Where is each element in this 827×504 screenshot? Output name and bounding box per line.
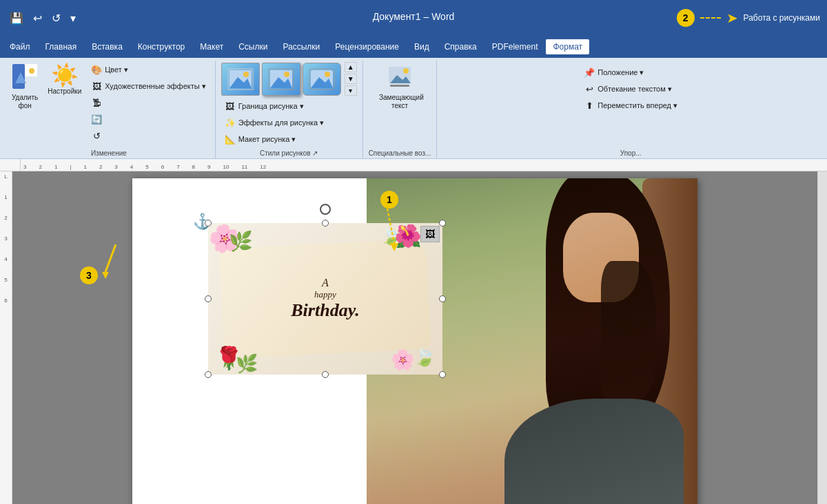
position-button[interactable]: 📌 Положение ▾	[580, 65, 681, 80]
image-effects-button[interactable]: ✨ Эффекты для рисунка ▾	[221, 115, 357, 130]
handle-bottom-left[interactable]	[205, 371, 212, 378]
menu-home[interactable]: Главная	[39, 39, 84, 54]
document-area[interactable]: 3	[12, 171, 817, 504]
svg-marker-22	[102, 272, 109, 279]
menu-mailing[interactable]: Рассылки	[276, 39, 327, 54]
replace-icon: 🔄	[91, 114, 102, 125]
ruler-mark: 11	[241, 164, 260, 171]
main-area: L 1 2 3 4 5 6 3	[0, 171, 827, 504]
menu-bar: Файл Главная Вставка Конструктор Макет С…	[0, 36, 827, 58]
ruler-mark: 5	[145, 164, 161, 171]
svg-line-21	[105, 244, 116, 272]
handle-top-middle[interactable]	[322, 220, 329, 227]
card-text: A happy Birthday.	[291, 277, 359, 321]
wrap-text-button[interactable]: ↩ Обтекание текстом ▾	[580, 81, 681, 96]
callout-badge-1: 1	[380, 191, 398, 209]
alt-text-label: Замещающийтекст	[379, 94, 420, 110]
vertical-scrollbar[interactable]	[817, 171, 827, 504]
ribbon-group-styles: ▲ ▼ ▾ 🖼 Граница рисунка ▾ ✨ Эффекты для …	[216, 61, 363, 158]
ruler-mark: 9	[207, 164, 223, 171]
image-layout-button[interactable]: 📐 Макет рисунка ▾	[221, 132, 357, 147]
arrow-right-icon: ➤	[726, 10, 738, 26]
image-style-1-button[interactable]	[221, 63, 260, 96]
menu-format[interactable]: Формат	[546, 39, 589, 54]
image-styles-row: ▲ ▼ ▾	[221, 62, 357, 96]
ruler-v-mark: 6	[4, 298, 7, 304]
horizontal-ruler: 3 2 1 | 1 2 3 4 5 6 7 8 9 10 11 12	[0, 159, 827, 171]
flower-br2: 🍃	[414, 346, 436, 368]
arrow-down-indicator	[102, 244, 130, 282]
callout-3-container: 3	[80, 244, 130, 284]
border-effects-col: 🖼 Граница рисунка ▾ ✨ Эффекты для рисунк…	[221, 98, 357, 147]
handle-middle-left[interactable]	[205, 295, 212, 302]
remove-bg-label: Удалитьфон	[12, 94, 38, 110]
ribbon-small-column: 🎨 Цвет ▾ 🖼 Художественные эффекты ▾ 🗜 🔄 …	[88, 62, 210, 143]
menu-help[interactable]: Справка	[438, 39, 484, 54]
ruler-mark: 12	[260, 164, 278, 171]
ruler-mark: 4	[130, 164, 145, 171]
ribbon-group-styles-content: ▲ ▼ ▾ 🖼 Граница рисунка ▾ ✨ Эффекты для …	[221, 62, 357, 149]
compress-button[interactable]: 🗜	[88, 95, 210, 110]
card-text-happy: happy	[291, 289, 359, 300]
effects-label: Художественные эффекты ▾	[105, 82, 206, 91]
woman-hair-overlay	[601, 261, 656, 399]
customize-qat-button[interactable]: ▾	[68, 10, 79, 26]
settings-button[interactable]: ☀️ Настройки	[44, 62, 85, 98]
settings-label: Настройки	[48, 87, 81, 96]
ruler-mark: 1	[83, 164, 99, 171]
arrange-buttons: 📌 Положение ▾ ↩ Обтекание текстом ▾ ⬆ Пе…	[580, 62, 681, 116]
styles-scroll-down[interactable]: ▼	[345, 74, 357, 84]
image-border-button[interactable]: 🖼 Граница рисунка ▾	[221, 98, 357, 114]
ribbon-group-arrange-label: Упор...	[442, 149, 819, 158]
handle-top-right[interactable]	[439, 220, 446, 227]
effects-button[interactable]: 🖼 Художественные эффекты ▾	[88, 78, 210, 94]
undo-button[interactable]: ↩	[30, 10, 45, 26]
wrap-icon: ↩	[584, 83, 595, 94]
menu-insert[interactable]: Вставка	[85, 39, 130, 54]
svg-point-12	[284, 72, 289, 77]
wrap-label: Обтекание текстом ▾	[598, 85, 672, 94]
menu-pdf[interactable]: PDFelement	[485, 39, 545, 54]
document-title: Документ1 – Word	[373, 11, 455, 22]
alt-text-icon	[387, 64, 412, 92]
callout-arrow-1	[374, 209, 415, 257]
repeat-button[interactable]: ↺	[49, 10, 63, 26]
styles-scroll-up[interactable]: ▲	[345, 62, 357, 72]
handle-top-left[interactable]	[205, 220, 212, 227]
reset-button[interactable]: ↺	[88, 128, 210, 143]
handle-middle-right[interactable]	[439, 295, 446, 302]
document-page[interactable]: ⚓ 🌸 🌿 🌺 🍃 🌹	[132, 178, 697, 504]
replace-button[interactable]: 🔄	[88, 112, 210, 127]
ribbon-group-styles-label: Стили рисунков ↗	[221, 149, 357, 158]
ruler-mark: 6	[161, 164, 176, 171]
ruler-corner	[0, 159, 21, 171]
styles-more[interactable]: ▾	[345, 85, 357, 96]
alt-text-button[interactable]: Замещающийтекст	[376, 62, 424, 112]
menu-file[interactable]: Файл	[3, 39, 37, 54]
card-text-a: A	[291, 277, 359, 289]
handle-bottom-right[interactable]	[439, 371, 446, 378]
svg-point-8	[243, 72, 249, 77]
handle-bottom-middle[interactable]	[322, 371, 329, 378]
color-label: Цвет ▾	[105, 65, 128, 74]
menu-review[interactable]: Рецензирование	[328, 39, 406, 54]
flower-br: 🌸	[391, 348, 415, 371]
ruler-mark: 3	[23, 164, 39, 171]
remove-bg-button[interactable]: Удалитьфон	[8, 62, 41, 112]
menu-refs[interactable]: Ссылки	[232, 39, 274, 54]
color-icon: 🎨	[91, 64, 102, 75]
ruler-mark: 2	[99, 164, 114, 171]
svg-marker-24	[390, 243, 398, 251]
color-button[interactable]: 🎨 Цвет ▾	[88, 62, 210, 77]
menu-design[interactable]: Конструктор	[131, 39, 192, 54]
rotate-handle[interactable]	[320, 204, 331, 215]
bring-forward-button[interactable]: ⬆ Переместить вперед ▾	[580, 98, 681, 113]
image-style-2-button[interactable]	[262, 63, 300, 96]
ruler-mark: 3	[114, 164, 130, 171]
effects2-label: Эффекты для рисунка ▾	[238, 118, 324, 127]
menu-view[interactable]: Вид	[407, 39, 436, 54]
image-style-3-button[interactable]	[303, 63, 341, 96]
ribbon-group-accessibility-content: Замещающийтекст	[376, 62, 424, 149]
save-button[interactable]: 💾	[7, 10, 26, 26]
menu-layout[interactable]: Макет	[193, 39, 230, 54]
